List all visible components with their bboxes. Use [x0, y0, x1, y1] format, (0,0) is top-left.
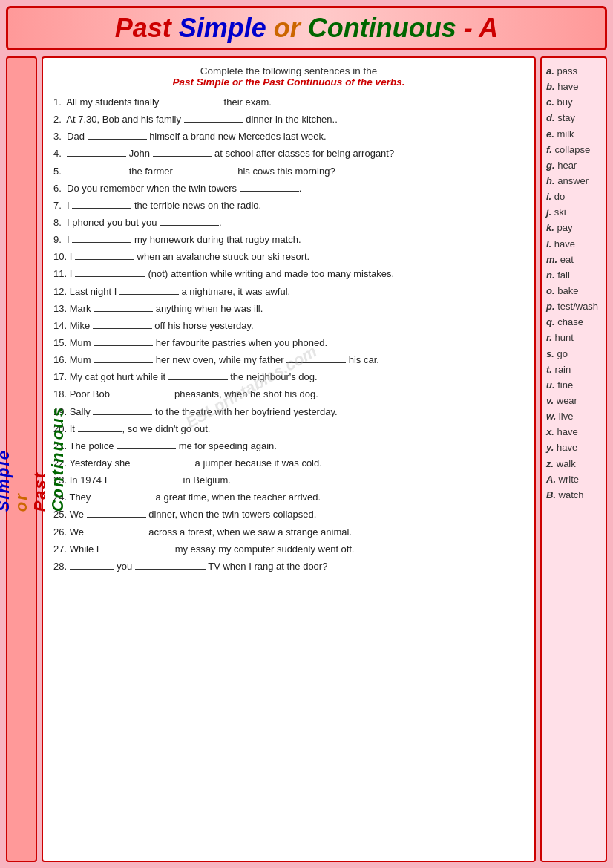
sentence-22: 22. Yesterday she a jumper because it wa…: [53, 456, 524, 471]
answer-c: c. buy: [546, 95, 601, 110]
sentence-26: 26. We across a forest, when we saw a st…: [53, 525, 524, 540]
side-label: Past Simple or Past Continuous: [6, 56, 37, 862]
answer-B: B. watch: [546, 488, 601, 503]
blank-11: [75, 267, 145, 277]
sentence-14: 14. Mike off his horse yesterday.: [53, 319, 524, 333]
sentence-23: 23. In 1974 I in Belgium.: [53, 473, 524, 488]
blank-5b: [176, 164, 235, 174]
blank-16b: [286, 353, 346, 363]
sentence-11: 11. I (not) attention while writing and …: [53, 267, 524, 281]
answer-h: h. answer: [546, 174, 601, 189]
answer-d: d. stay: [546, 111, 601, 125]
blank-1: [162, 95, 221, 105]
answer-list: a. pass b. have c. buy d. stay e. milk f…: [546, 64, 601, 503]
sentence-4: 4. John at school after classes for bein…: [53, 146, 524, 161]
answer-s: s. go: [546, 347, 601, 362]
center-content: Complete the following sentences in the …: [42, 56, 536, 862]
blank-7: [72, 198, 131, 209]
blank-17: [168, 370, 228, 380]
sentence-20: 20. It , so we didn't go out.: [53, 422, 524, 437]
answer-t: t. rain: [546, 362, 601, 377]
sentence-24: 24. They a great time, when the teacher …: [53, 490, 524, 505]
blank-28b: [135, 559, 206, 570]
answer-e: e. milk: [546, 127, 601, 142]
blank-24: [94, 490, 153, 500]
blank-13: [94, 301, 153, 312]
answer-z: z. walk: [546, 457, 601, 471]
answer-f: f. collapse: [546, 143, 601, 157]
answer-g: g. hear: [546, 158, 601, 173]
answer-q: q. chase: [546, 315, 601, 330]
answer-o: o. bake: [546, 284, 601, 298]
answer-m: m. eat: [546, 252, 601, 267]
answer-A: A. write: [546, 472, 601, 487]
blank-8: [160, 215, 219, 226]
sentence-28: 28. you TV when I rang at the door?: [53, 559, 524, 574]
blank-28a: [70, 559, 114, 570]
sentence-13: 13. Mark anything when he was ill.: [53, 301, 524, 316]
sentence-5: 5. the farmer his cows this morning?: [53, 164, 524, 179]
title-simple: Simple: [179, 13, 274, 43]
sentence-2: 2. At 7.30, Bob and his family dinner in…: [53, 112, 524, 127]
blank-16a: [94, 353, 153, 363]
sentence-16: 16. Mum her new oven, while my father hi…: [53, 353, 524, 368]
blank-20: [78, 422, 122, 432]
answer-x: x. have: [546, 425, 601, 440]
blank-21: [117, 439, 176, 449]
instruction-line2: Past Simple or the Past Continuous of th…: [53, 76, 524, 88]
blank-25: [87, 507, 146, 518]
instructions: Complete the following sentences in the …: [53, 65, 524, 88]
answer-y: y. have: [546, 440, 601, 455]
blank-22: [133, 456, 192, 466]
blank-14: [93, 319, 152, 329]
sentence-1: 1. All my students finally their exam.: [53, 95, 524, 110]
sentence-21: 21. The police me for speeding again.: [53, 439, 524, 454]
blank-12: [119, 284, 179, 295]
answer-column: a. pass b. have c. buy d. stay e. milk f…: [540, 56, 607, 862]
answer-l: l. have: [546, 237, 601, 252]
answer-a: a. pass: [546, 64, 601, 79]
sentence-18: 18. Poor Bob pheasants, when he shot his…: [53, 387, 524, 402]
sentence-10: 10. I when an avalanche struck our ski r…: [53, 249, 524, 264]
title-dash-a: - A: [464, 13, 499, 43]
sentence-3: 3. Dad himself a brand new Mercedes last…: [53, 129, 524, 144]
sentence-19: 19. Sally to the theatre with her boyfri…: [53, 405, 524, 420]
blank-5a: [67, 164, 126, 174]
blank-3: [88, 129, 147, 140]
answer-r: r. hunt: [546, 330, 601, 345]
blank-2: [184, 112, 243, 123]
title-or: or: [274, 13, 308, 43]
answer-i: i. do: [546, 189, 601, 204]
sentences-list: 1. All my students finally their exam. 2…: [53, 95, 524, 576]
sentence-12: 12. Last night I a nightmare, it was awf…: [53, 284, 524, 299]
sentence-25: 25. We dinner, when the twin towers coll…: [53, 507, 524, 522]
sentence-15: 15. Mum her favourite pastries when you …: [53, 336, 524, 350]
title-past: Past: [115, 13, 171, 43]
blank-23: [110, 473, 180, 483]
title-continuous: Continuous: [308, 13, 464, 43]
instruction-line1: Complete the following sentences in the: [53, 65, 524, 76]
answer-n: n. fall: [546, 268, 601, 283]
blank-6: [240, 181, 299, 192]
blank-10: [75, 249, 134, 260]
blank-4b: [153, 146, 212, 157]
blank-9: [72, 232, 131, 243]
answer-v: v. wear: [546, 394, 601, 408]
sentence-6: 6. Do you remember when the twin towers …: [53, 181, 524, 196]
blank-4a: [67, 146, 126, 157]
answer-p: p. test/wash: [546, 299, 601, 314]
blank-15: [94, 336, 153, 346]
answer-j: j. ski: [546, 205, 601, 220]
sentence-9: 9. I my homework during that rugby match…: [53, 232, 524, 247]
answer-b: b. have: [546, 79, 601, 94]
answer-k: k. pay: [546, 221, 601, 235]
blank-19: [93, 405, 152, 415]
sentence-7: 7. I the terrible news on the radio.: [53, 198, 524, 213]
answer-w: w. live: [546, 409, 601, 424]
answer-u: u. fine: [546, 378, 601, 393]
blank-26: [87, 525, 146, 535]
sentence-27: 27. While I my essay my computer suddenl…: [53, 542, 524, 557]
title-bar: Past Simple or Continuous - A: [6, 6, 607, 50]
sentence-8: 8. I phoned you but you .: [53, 215, 524, 230]
blank-18: [113, 387, 172, 397]
